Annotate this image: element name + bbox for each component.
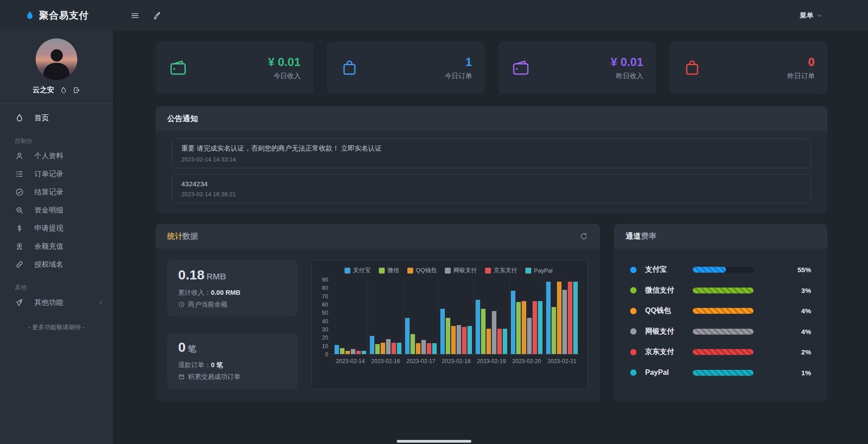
topbar: 聚合易支付 菜单 — [0, 0, 868, 31]
bar-PayPal — [362, 351, 366, 354]
sidebar-item-domains[interactable]: 授权域名 — [0, 255, 113, 274]
channel-progressbar — [693, 288, 754, 293]
y-tick-label: 60 — [322, 302, 328, 308]
bar-QQ钱包 — [345, 351, 350, 354]
bar-京东支付 — [568, 282, 572, 354]
brush-icon[interactable] — [152, 11, 162, 20]
sidebar-item-home[interactable]: 首页 — [0, 109, 113, 127]
bar-QQ钱包 — [416, 343, 420, 354]
menu-dropdown[interactable]: 菜单 — [800, 11, 823, 20]
sidebar-item-withdraw[interactable]: 申请提现 — [0, 219, 113, 237]
statistics-title-suffix: 数据 — [183, 231, 198, 241]
channel-dot — [630, 369, 637, 376]
legend-item[interactable]: 支付宝 — [344, 266, 371, 274]
sidebar-item-label: 首页 — [34, 113, 49, 123]
sidebar: 云之安 首页 控制台个人资料订单记录结算记录资金明细申请提现余额充值授权域名其他… — [0, 31, 113, 444]
menu-dropdown-label: 菜单 — [800, 11, 813, 20]
link-icon — [15, 260, 24, 269]
channel-rate: 1% — [801, 369, 811, 377]
bar-group — [438, 280, 473, 354]
bar-PayPal — [538, 301, 542, 354]
sidebar-item-other-functions[interactable]: 其他功能 — [0, 293, 113, 312]
legend-swatch — [407, 268, 413, 274]
bar-group — [474, 280, 509, 354]
channel-progressbar — [693, 329, 754, 335]
sidebar-item-settlement[interactable]: 结算记录 — [0, 183, 113, 201]
sidebar-item-funds[interactable]: 资金明细 — [0, 201, 113, 219]
balance-box: 0.18 RMB 累计收入：0.00 RMB 商户当前余额 — [167, 260, 297, 316]
channel-name: 支付宝 — [645, 265, 693, 274]
stat-card-today-orders: 1今日订单 — [327, 42, 485, 94]
sidebar-item-label: 申请提现 — [34, 224, 63, 233]
bar-网银支付 — [351, 349, 355, 354]
balance-line2: 商户当前余额 — [178, 300, 287, 309]
legend-swatch — [445, 268, 451, 274]
avatar — [36, 38, 77, 80]
announcements-panel: 公告通知 重要 请完成实名认证，否则您的商户无法正常收款！ 立即实名认证2023… — [156, 106, 827, 213]
announcement-item[interactable]: 43242342023-02-14 16:36:21 — [172, 174, 811, 203]
legend-item[interactable]: 京东支付 — [485, 266, 517, 274]
bar-网银支付 — [421, 340, 426, 354]
sidebar-item-profile[interactable]: 个人资料 — [0, 147, 113, 165]
sidebar-section-label: 其他 — [0, 283, 113, 292]
bag-icon — [682, 58, 702, 78]
x-tick-label: 2023-02-21 — [544, 358, 580, 364]
sidebar-item-orders[interactable]: 订单记录 — [0, 165, 113, 183]
bar-京东支付 — [462, 327, 467, 354]
statistics-panel: 统计 数据 0.18 RMB 累计收入：0.00 RMB — [156, 224, 600, 401]
bar-group — [509, 280, 544, 354]
balance-line1: 累计收入：0.00 RMB — [178, 288, 287, 297]
hamburger-menu-icon[interactable] — [130, 11, 140, 20]
legend-label: PayPal — [534, 267, 552, 274]
legend-label: 微信 — [387, 266, 399, 274]
refund-value: 0 — [178, 340, 186, 354]
bar-QQ钱包 — [451, 326, 456, 354]
channel-progressbar — [693, 308, 754, 314]
stat-cards-row: ¥ 0.01今日收入1今日订单¥ 0.01昨日收入0昨日订单 — [156, 42, 827, 94]
legend-item[interactable]: 微信 — [379, 266, 399, 274]
bar-微信 — [340, 348, 344, 354]
statistics-header: 统计 数据 — [156, 224, 600, 249]
x-tick-label: 2023-02-20 — [509, 358, 544, 364]
scrollbar-thumb[interactable] — [397, 440, 472, 443]
y-tick-label: 40 — [322, 318, 328, 325]
sidebar-item-label: 余额充值 — [34, 242, 63, 251]
channel-progressbar — [693, 370, 754, 376]
bar-京东支付 — [427, 343, 431, 354]
bar-PayPal — [397, 343, 401, 354]
legend-label: QQ钱包 — [416, 266, 437, 274]
refresh-icon[interactable] — [580, 232, 588, 241]
app-title: 聚合易支付 — [39, 9, 89, 22]
announcement-item[interactable]: 重要 请完成实名认证，否则您的商户无法正常收款！ 立即实名认证2023-02-1… — [172, 138, 811, 168]
y-tick-label: 10 — [322, 343, 328, 350]
y-tick-label: 90 — [322, 277, 328, 283]
bar-支付宝 — [370, 336, 374, 354]
bar-微信 — [516, 302, 521, 354]
legend-item[interactable]: PayPal — [525, 266, 552, 274]
bar-京东支付 — [533, 301, 537, 354]
list-icon — [15, 170, 24, 179]
bar-网银支付 — [457, 325, 461, 354]
stat-card-text: ¥ 0.01今日收入 — [268, 55, 301, 80]
bar-网银支付 — [527, 318, 532, 354]
chart-legend: 支付宝微信QQ钱包网银支付京东支付PayPal — [317, 266, 580, 274]
legend-item[interactable]: QQ钱包 — [407, 266, 437, 274]
channel-rate: 55% — [797, 266, 811, 274]
x-tick-label: 2023-02-17 — [403, 358, 439, 364]
stat-card-yday-orders: 0昨日订单 — [670, 42, 827, 94]
theme-drop-icon[interactable] — [60, 86, 67, 94]
sidebar-item-label: 结算记录 — [34, 188, 63, 197]
bar-微信 — [446, 318, 450, 354]
chart-x-axis: 2023-02-142023-02-162023-02-172023-02-18… — [317, 358, 580, 364]
announcement-text: 4324234 — [181, 180, 802, 188]
logout-icon[interactable] — [73, 86, 80, 94]
bar-group — [544, 280, 580, 354]
y-tick-label: 30 — [322, 326, 328, 333]
sidebar-item-recharge[interactable]: 余额充值 — [0, 237, 113, 255]
legend-item[interactable]: 网银支付 — [445, 266, 477, 274]
bar-微信 — [481, 309, 486, 354]
channel-progress-fill — [693, 349, 754, 355]
bar-支付宝 — [511, 291, 515, 354]
channel-dot — [630, 308, 637, 314]
legend-swatch — [344, 268, 350, 274]
